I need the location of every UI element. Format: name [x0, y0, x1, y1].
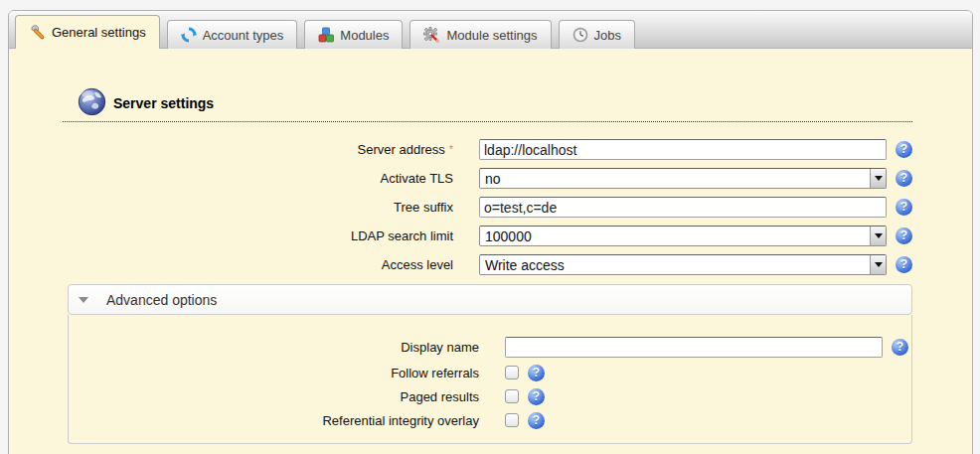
tab-general-settings[interactable]: General settings [15, 15, 160, 49]
wrench-icon [29, 24, 46, 41]
help-icon[interactable]: ? [892, 339, 908, 356]
help-icon[interactable]: ? [896, 170, 912, 187]
activate-tls-label: Activate TLS [63, 171, 453, 186]
dropdown-arrow-icon[interactable] [870, 255, 886, 274]
globe-icon [78, 87, 106, 119]
help-icon[interactable]: ? [528, 388, 545, 405]
activate-tls-select[interactable]: no [479, 168, 887, 189]
server-address-input[interactable] [479, 139, 887, 160]
module-settings-icon [423, 27, 440, 44]
follow-referrals-row: Follow referrals? [69, 361, 911, 384]
ldap-search-limit-row: LDAP search limit100000? [63, 222, 912, 250]
server-address-label: Server address* [63, 142, 453, 157]
tab-label: Account types [203, 28, 284, 43]
advanced-options-header[interactable]: Advanced options [68, 284, 912, 315]
tree-suffix-input[interactable] [479, 197, 887, 218]
general-settings-panel: Server settings Server address*?Activate… [9, 49, 972, 444]
access-level-row: Access levelWrite access? [63, 250, 912, 279]
help-icon[interactable]: ? [528, 365, 545, 381]
display-name-label: Display name [69, 340, 479, 355]
referential-integrity-overlay-label: Referential integrity overlay [69, 413, 479, 428]
help-icon[interactable]: ? [896, 141, 912, 158]
ldap-search-limit-label: LDAP search limit [63, 228, 453, 243]
page-title: Server settings [113, 95, 214, 111]
ldap-search-limit-select[interactable]: 100000 [479, 226, 887, 246]
dropdown-arrow-icon[interactable] [870, 227, 886, 245]
access-level-select[interactable]: Write access [479, 254, 887, 275]
dropdown-arrow-icon[interactable] [870, 169, 886, 188]
selected-value: no [480, 171, 870, 187]
help-icon[interactable]: ? [896, 256, 912, 273]
paged-results-row: Paged results? [69, 384, 911, 408]
follow-referrals-label: Follow referrals [69, 366, 479, 380]
clock-icon [572, 27, 588, 43]
selected-value: Write access [480, 257, 870, 273]
tab-label: Modules [340, 28, 389, 43]
help-icon[interactable]: ? [896, 227, 912, 244]
required-marker-icon: * [449, 143, 453, 155]
advanced-options-accordion: Advanced options Display name?Follow ref… [68, 284, 912, 444]
tab-bar: General settingsAccount typesModulesModu… [9, 11, 972, 49]
triangle-down-icon [79, 297, 88, 303]
settings-panel: General settingsAccount typesModulesModu… [8, 10, 973, 454]
paged-results-checkbox[interactable] [505, 389, 519, 403]
tab-account-types[interactable]: Account types [167, 20, 298, 49]
modules-icon [318, 27, 334, 43]
advanced-options-content: Display name?Follow referrals?Paged resu… [68, 315, 912, 444]
access-level-label: Access level [63, 257, 453, 272]
selected-value: 100000 [480, 228, 870, 244]
activate-tls-row: Activate TLSno? [63, 164, 912, 193]
tab-jobs[interactable]: Jobs [559, 20, 635, 49]
tab-modules[interactable]: Modules [304, 20, 403, 49]
help-icon[interactable]: ? [896, 199, 912, 216]
follow-referrals-checkbox[interactable] [505, 366, 519, 379]
tree-suffix-row: Tree suffix? [63, 193, 912, 222]
tab-label: Jobs [594, 28, 621, 43]
account-types-icon [181, 27, 197, 43]
server-address-row: Server address*? [63, 135, 912, 164]
referential-integrity-overlay-row: Referential integrity overlay? [69, 408, 911, 432]
help-icon[interactable]: ? [528, 412, 545, 429]
server-settings-form: Server address*?Activate TLSno?Tree suff… [63, 135, 912, 279]
advanced-options-title: Advanced options [106, 292, 217, 308]
paged-results-label: Paged results [69, 389, 479, 404]
section-title-row: Server settings [78, 88, 912, 117]
tab-label: General settings [52, 25, 146, 40]
referential-integrity-overlay-checkbox[interactable] [505, 413, 519, 427]
display-name-input[interactable] [505, 337, 883, 358]
display-name-row: Display name? [69, 333, 911, 361]
section-divider [63, 121, 912, 122]
tab-module-settings[interactable]: Module settings [409, 20, 551, 49]
tree-suffix-label: Tree suffix [63, 200, 453, 215]
tab-label: Module settings [446, 28, 537, 43]
